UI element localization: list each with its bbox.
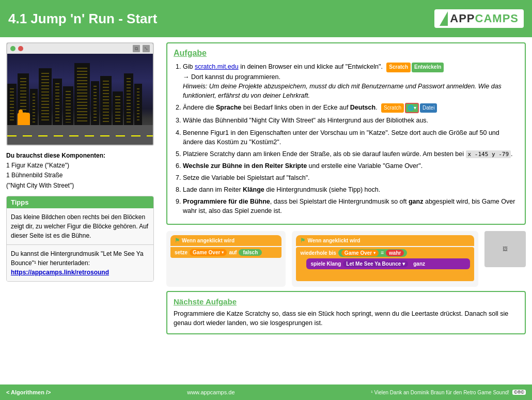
- component-1: 1 Figur Katze ("Katze"): [6, 161, 154, 171]
- sb-hat-2: ⚑ Wenn angeklickt wird: [296, 235, 474, 246]
- footer-right-text: ¹ Vielen Dank an Dominik Braun für den R…: [371, 390, 509, 395]
- sound-name: Let Me See Ya Bounce ▾: [343, 260, 408, 267]
- setze-label: setze: [175, 250, 187, 255]
- logo-app: APP: [450, 12, 475, 25]
- arrow-icon-2: ▾: [373, 251, 375, 255]
- aufgabe-item-1: Gib scratch.mit.edu in deinen Browser ei…: [183, 62, 519, 100]
- game-preview: ⧉ ⤡: [6, 42, 154, 146]
- aufgabe-item-9: Programmiere für die Bühne, dass bei Spi…: [183, 197, 519, 216]
- footer-right: ¹ Vielen Dank an Dominik Braun für den R…: [371, 390, 526, 395]
- building: [39, 68, 52, 125]
- cat-sprite: [18, 113, 30, 125]
- naechste-box: Nächste Aufgabe Programmiere die Katze S…: [166, 291, 526, 335]
- ganz-label: ganz: [410, 260, 428, 267]
- logo-triangle-icon: [440, 11, 448, 26]
- tipps-link[interactable]: https://appcamps.link/retrosound: [11, 269, 109, 276]
- flag-icon-2: ⚑: [300, 237, 305, 244]
- scratch-btn: Scratch Entwickeln: [386, 63, 444, 72]
- left-column: ⧉ ⤡: [0, 37, 160, 384]
- scratch-link[interactable]: scratch.mit.edu: [195, 63, 239, 70]
- building: [91, 81, 99, 125]
- building: [100, 76, 112, 125]
- code-block-2: ⚑ Wenn angeklickt wird wiederhole bis Ga…: [292, 231, 478, 287]
- cc-badge: ©®©: [512, 390, 526, 395]
- loop-end: ↩: [300, 269, 470, 279]
- aufgabe-item-8: Lade dann im Reiter Klänge die Hintergru…: [183, 185, 519, 194]
- aufgabe-title: Aufgabe: [174, 49, 519, 58]
- building: [53, 79, 62, 125]
- logo: APPCAMPS: [434, 9, 524, 28]
- code-area: ⚑ Wenn angeklickt wird setze Game Over ▾…: [166, 231, 526, 287]
- wechsle-bold: Wechsle zur Bühne in den Reiter Skripte: [183, 162, 307, 170]
- programmiere-bold: Programmiere für die Bühne: [183, 198, 270, 205]
- sb-hat-1: ⚑ Wenn angeklickt wird: [170, 235, 281, 246]
- sb-repeat-block: wiederhole bis Game Over ▾ = wahr s: [296, 247, 474, 281]
- aufgabe-item-7: Setze die Variable bei Spielstart auf "f…: [183, 173, 519, 182]
- deutsch-bold: Deutsch: [350, 104, 375, 111]
- aufgabe-list: Gib scratch.mit.edu in deinen Browser ei…: [174, 62, 519, 216]
- klaenge-bold: Klänge: [243, 186, 264, 193]
- building: [63, 86, 73, 125]
- game-over-var: Game Over ▾: [190, 249, 227, 256]
- aufgabe-hinweis: Hinweis: Um deine Projekte abzuspeichern…: [183, 82, 519, 100]
- aufgabe-item-3: Wähle das Bühnenbild "Night City With St…: [183, 116, 519, 125]
- game-over-label: Game Over: [193, 250, 220, 255]
- ganz-bold: ganz: [409, 198, 423, 205]
- scratch-orange-btn: Scratch: [386, 63, 411, 72]
- sb-hat-label-1: Wenn angeklickt wird: [182, 238, 234, 243]
- building: [124, 73, 133, 125]
- component-3: ("Night City With Street"): [6, 181, 154, 191]
- dot-red-icon: [18, 46, 23, 51]
- aufgabe-item-5: Platziere Scratchy dann am linken Ende d…: [183, 149, 519, 159]
- scratch-thumbnail: 🖼: [484, 231, 526, 267]
- game-scene: [7, 54, 153, 146]
- tipps-box: Tipps Das kleine Bildchen oben rechts be…: [6, 196, 154, 282]
- arrow-icon-3: ▾: [402, 261, 405, 267]
- repeat-row: wiederhole bis Game Over ▾ = wahr: [300, 249, 470, 257]
- sb-hat-label-2: Wenn angeklickt wird: [307, 238, 360, 243]
- arrow-icon: ▾: [222, 250, 224, 255]
- footer-center: www.appcamps.de: [187, 389, 234, 395]
- flag-icon: ⚑: [175, 237, 180, 244]
- code-block-1: ⚑ Wenn angeklickt wird setze Game Over ▾…: [166, 231, 286, 287]
- header: 4.1 Jump 'n' Run - Start APPCAMPS: [0, 0, 532, 37]
- entwickeln-btn: Entwickeln: [412, 63, 444, 72]
- aufgabe-box: Aufgabe Gib scratch.mit.edu in deinen Br…: [166, 42, 526, 225]
- scratch-btn-2: Scratch: [381, 103, 404, 113]
- naechste-text: Programmiere die Katze Scratchy so, dass…: [174, 309, 519, 329]
- condition-block: Game Over ▾ = wahr: [338, 249, 408, 257]
- footer: < Algorithmen /> www.appcamps.de ¹ Viele…: [0, 384, 532, 400]
- aufgabe-item-6: Wechsle zur Bühne in den Reiter Skripte …: [183, 161, 519, 171]
- building: [74, 63, 90, 125]
- resize-icon[interactable]: ⤡: [143, 45, 150, 52]
- eq-label: =: [381, 250, 384, 256]
- road-line: [7, 135, 153, 136]
- component-2: 1 Bühnenbild Straße: [6, 171, 154, 180]
- sprache-bold: Sprache: [216, 104, 241, 111]
- datei-btn: Datei: [420, 103, 437, 113]
- copy-icon[interactable]: ⧉: [133, 45, 140, 52]
- logo-camps: CAMPS: [475, 12, 519, 25]
- logo-text: APPCAMPS: [450, 12, 519, 25]
- sound-label: spiele Klang: [310, 261, 341, 267]
- tipps-content-2: Du kannst die Hintergrundmusik "Let Me S…: [7, 245, 153, 281]
- building: [113, 91, 123, 125]
- tipps-content-1: Das kleine Bildchen oben rechts bei den …: [7, 208, 153, 245]
- naechste-title: Nächste Aufgabe: [174, 297, 519, 306]
- tipps-header: Tipps: [7, 196, 153, 208]
- main-content: ⧉ ⤡: [0, 37, 532, 384]
- auf-label: auf: [229, 250, 237, 255]
- sb-body-1: setze Game Over ▾ auf falsch: [170, 247, 281, 258]
- thumbnail-label: 🖼: [503, 246, 508, 252]
- game-over-label-2: Game Over: [345, 250, 372, 256]
- components-box: Du brauchst diese Komponenten: 1 Figur K…: [6, 151, 154, 191]
- globe-btn: 🌐▾: [405, 103, 419, 114]
- building: [7, 84, 17, 125]
- components-label: Du brauchst diese Komponenten:: [6, 151, 154, 161]
- aufgabe-item-2: Ändere die Sprache bei Bedarf links oben…: [183, 103, 519, 114]
- game-over-var-2: Game Over ▾: [341, 250, 379, 256]
- coords: x -145 y -79: [466, 150, 511, 158]
- sound-block: spiele Klang Let Me See Ya Bounce ▾ ganz: [306, 258, 470, 269]
- right-column: Aufgabe Gib scratch.mit.edu in deinen Br…: [160, 37, 532, 384]
- language-btns: Scratch 🌐▾ Datei: [381, 103, 437, 114]
